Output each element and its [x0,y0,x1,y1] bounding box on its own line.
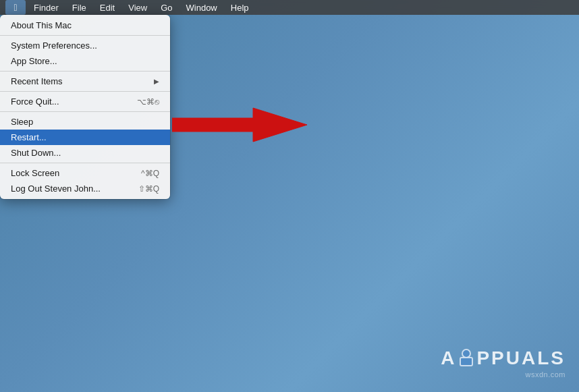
brand-area: A PPUALS wsxdn.com [441,347,566,379]
menu-separator-5 [0,163,170,163]
watermark-text: wsxdn.com [525,370,566,379]
restart-label: Restart... [11,132,159,142]
menu-separator-2 [0,71,170,72]
menu-item-recent-items[interactable]: Recent Items ▶ [0,74,170,89]
menu-item-restart[interactable]: Restart... [0,130,170,145]
lock-screen-shortcut: ^⌘Q [141,169,159,178]
arrow-annotation [172,105,307,148]
system-prefs-label: System Preferences... [11,40,159,51]
menu-item-shutdown[interactable]: Shut Down... [0,145,170,161]
appuals-mascot-icon [457,349,476,368]
menu-item-lock-screen[interactable]: Lock Screen ^⌘Q [0,165,170,181]
menu-separator-4 [0,111,170,112]
menu-item-app-store[interactable]: App Store... [0,53,170,69]
logout-label: Log Out Steven John... [11,184,138,194]
menu-item-force-quit[interactable]: Force Quit... ⌥⌘⎋ [0,94,170,109]
force-quit-label: Force Quit... [11,96,137,107]
app-store-label: App Store... [11,56,159,66]
shutdown-label: Shut Down... [11,148,159,158]
logout-shortcut: ⇧⌘Q [138,184,159,194]
menubar-edit[interactable]: Edit [94,1,120,14]
apple-logo-icon:  [13,3,17,12]
menubar-file[interactable]: File [67,1,92,14]
appuals-text-a: A [441,347,456,369]
lock-screen-label: Lock Screen [11,168,141,178]
menu-item-about[interactable]: About This Mac [0,18,170,33]
sleep-label: Sleep [11,117,159,127]
menubar-window[interactable]: Window [181,1,223,14]
appuals-text-ppuals: PPUALS [476,347,566,369]
menu-separator-1 [0,35,170,36]
menubar-items: Finder File Edit View Go Window Help [28,1,254,14]
menubar-go[interactable]: Go [155,1,177,14]
menu-item-sleep[interactable]: Sleep [0,114,170,130]
force-quit-shortcut: ⌥⌘⎋ [137,97,159,107]
about-label: About This Mac [11,20,159,30]
menu-item-logout[interactable]: Log Out Steven John... ⇧⌘Q [0,181,170,196]
desktop:  Finder File Edit View Go Window Help A… [0,0,579,392]
menu-item-system-prefs[interactable]: System Preferences... [0,38,170,53]
recent-items-label: Recent Items [11,76,154,86]
menubar-view[interactable]: View [123,1,153,14]
menu-separator-3 [0,91,170,92]
appuals-brand: A PPUALS [441,347,566,369]
menubar:  Finder File Edit View Go Window Help [0,0,579,15]
svg-marker-1 [172,108,307,142]
menubar-finder[interactable]: Finder [28,1,64,14]
red-arrow-svg [172,105,307,145]
apple-menu-button[interactable]:  [5,0,26,15]
apple-dropdown-menu: About This Mac System Preferences... App… [0,15,170,199]
submenu-arrow-icon: ▶ [154,78,159,85]
menubar-help[interactable]: Help [225,1,254,14]
